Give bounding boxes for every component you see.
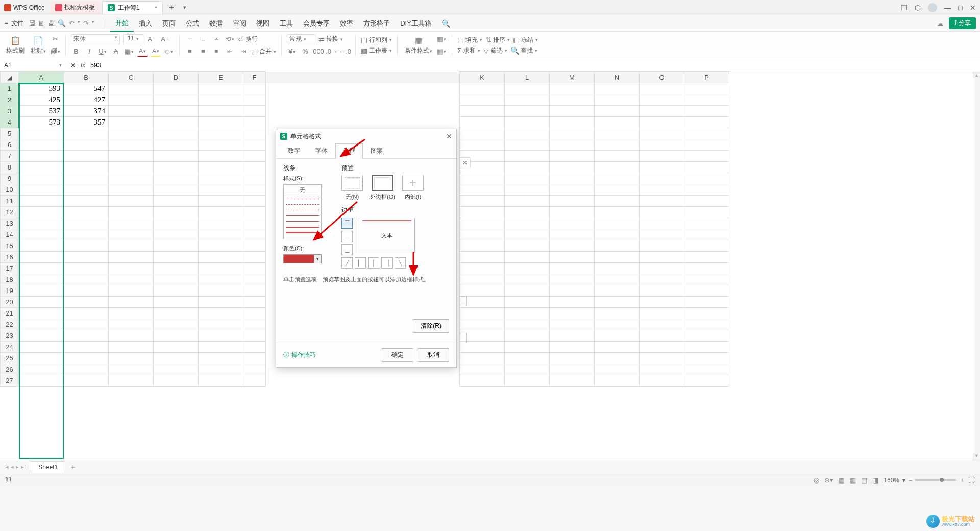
- cloud-icon[interactable]: ☁: [937, 19, 944, 28]
- maximize-button[interactable]: □: [959, 4, 963, 12]
- cell[interactable]: [640, 128, 684, 139]
- percent-icon[interactable]: %: [300, 46, 310, 57]
- cell[interactable]: [154, 106, 199, 117]
- cell[interactable]: [199, 353, 243, 364]
- cell-style-icon[interactable]: ▦▾: [436, 34, 447, 44]
- menu-square[interactable]: 方形格子: [358, 16, 395, 31]
- cell[interactable]: [199, 218, 243, 229]
- cell[interactable]: 537: [19, 106, 64, 117]
- row-header[interactable]: 5: [1, 128, 19, 139]
- qa-save-icon[interactable]: 🖫: [29, 19, 35, 27]
- preset-outer[interactable]: 外边框(O): [370, 175, 395, 201]
- cell[interactable]: [684, 207, 729, 218]
- chevron-down-icon[interactable]: ▾: [902, 477, 905, 484]
- cell[interactable]: [684, 128, 729, 139]
- cell[interactable]: [154, 117, 199, 128]
- col-header[interactable]: F: [243, 72, 266, 83]
- qa-undo-icon[interactable]: ↶: [69, 19, 75, 27]
- col-header[interactable]: O: [640, 72, 684, 83]
- cell[interactable]: [460, 173, 505, 184]
- cell[interactable]: [64, 375, 109, 387]
- cell[interactable]: [64, 218, 109, 229]
- cell[interactable]: [595, 106, 640, 117]
- cell[interactable]: [595, 240, 640, 252]
- restore-window-icon[interactable]: ❐: [901, 4, 908, 12]
- cell[interactable]: [243, 218, 266, 229]
- cell[interactable]: [109, 364, 154, 375]
- border-hmid-button[interactable]: ―: [341, 231, 353, 242]
- cell[interactable]: [64, 274, 109, 285]
- cell[interactable]: [550, 342, 595, 353]
- cell[interactable]: [109, 353, 154, 364]
- cell[interactable]: [243, 263, 266, 274]
- cell[interactable]: [595, 184, 640, 196]
- row-header[interactable]: 3: [1, 106, 19, 117]
- cell[interactable]: [684, 151, 729, 162]
- cell[interactable]: [243, 139, 266, 151]
- cell[interactable]: [505, 252, 550, 263]
- cell[interactable]: [550, 263, 595, 274]
- cell[interactable]: [109, 207, 154, 218]
- freeze-button[interactable]: ▦冻结▾: [513, 36, 538, 44]
- cell[interactable]: [109, 184, 154, 196]
- view-reading-icon[interactable]: ◨: [872, 476, 878, 484]
- cell[interactable]: [640, 218, 684, 229]
- cell[interactable]: [505, 139, 550, 151]
- cell[interactable]: [595, 319, 640, 330]
- cell[interactable]: [640, 94, 684, 106]
- cell[interactable]: [684, 263, 729, 274]
- cell[interactable]: [243, 342, 266, 353]
- rowcol-button[interactable]: ▤行和列▾: [361, 36, 392, 44]
- increase-font-icon[interactable]: A⁺: [146, 34, 157, 44]
- cell[interactable]: [243, 196, 266, 207]
- filter-button[interactable]: ▽筛选▾: [483, 46, 507, 55]
- menu-efficiency[interactable]: 效率: [335, 16, 358, 31]
- align-top-icon[interactable]: ⫧: [185, 34, 195, 44]
- cell[interactable]: [64, 139, 109, 151]
- cell[interactable]: [109, 83, 154, 94]
- cell[interactable]: [154, 218, 199, 229]
- cell[interactable]: [640, 263, 684, 274]
- dialog-titlebar[interactable]: S 单元格格式 ✕: [276, 129, 456, 143]
- menu-view[interactable]: 视图: [251, 16, 275, 31]
- cell[interactable]: [595, 263, 640, 274]
- cell[interactable]: [64, 196, 109, 207]
- cond-format-button[interactable]: ▦条件格式▾: [403, 36, 434, 55]
- cell[interactable]: [154, 184, 199, 196]
- cell[interactable]: [109, 252, 154, 263]
- cell[interactable]: [154, 196, 199, 207]
- row-header[interactable]: 6: [1, 139, 19, 151]
- dec-inc-icon[interactable]: .0→: [327, 46, 337, 57]
- cut-icon[interactable]: ✂: [50, 34, 60, 44]
- cell[interactable]: [109, 229, 154, 240]
- cell[interactable]: [640, 308, 684, 319]
- format-painter-button[interactable]: 📋格式刷: [4, 36, 27, 55]
- cell[interactable]: [154, 229, 199, 240]
- menu-diy[interactable]: DIY工具箱: [395, 16, 436, 31]
- cell[interactable]: [550, 353, 595, 364]
- status-circle-icon[interactable]: ◎: [814, 476, 819, 484]
- cell[interactable]: [684, 319, 729, 330]
- cell[interactable]: [505, 319, 550, 330]
- cell[interactable]: [505, 353, 550, 364]
- cell[interactable]: [243, 285, 266, 297]
- cell[interactable]: [460, 83, 505, 94]
- cell[interactable]: [595, 117, 640, 128]
- cell[interactable]: [550, 252, 595, 263]
- cell[interactable]: [19, 263, 64, 274]
- row-header[interactable]: 10: [1, 184, 19, 196]
- dialog-tab-border[interactable]: 边框: [335, 143, 363, 159]
- cell[interactable]: [550, 240, 595, 252]
- cell[interactable]: [595, 162, 640, 173]
- row-header[interactable]: 25: [1, 353, 19, 364]
- cell[interactable]: [640, 240, 684, 252]
- row-header[interactable]: 15: [1, 240, 19, 252]
- cell[interactable]: [19, 342, 64, 353]
- view-page-icon[interactable]: ▤: [861, 476, 867, 484]
- cell[interactable]: [595, 353, 640, 364]
- bold-icon[interactable]: B: [71, 46, 81, 57]
- worksheet-button[interactable]: ▦工作表▾: [361, 46, 392, 55]
- cell[interactable]: [199, 375, 243, 387]
- row-header[interactable]: 1: [1, 83, 19, 94]
- tab-add-button[interactable]: ＋: [165, 1, 178, 14]
